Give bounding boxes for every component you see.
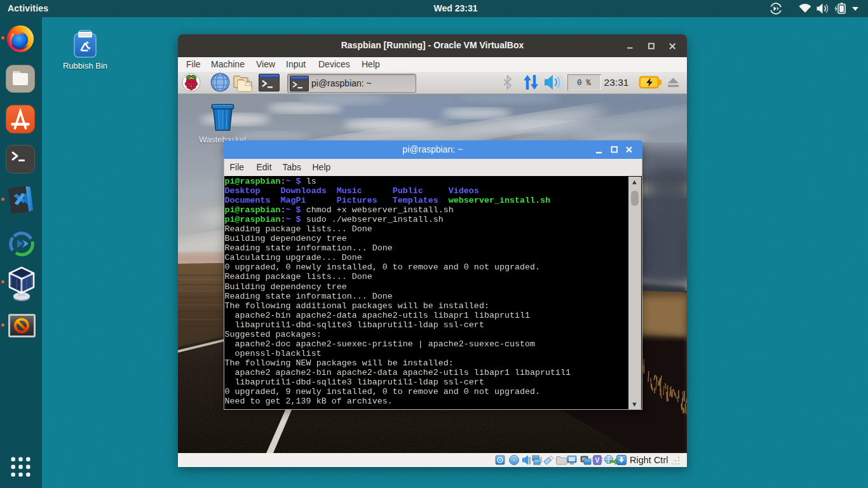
svg-text:0 %: 0 % xyxy=(577,79,591,88)
svg-text:V: V xyxy=(595,457,600,464)
svg-text:23:31: 23:31 xyxy=(604,77,629,88)
svg-text:Right Ctrl: Right Ctrl xyxy=(630,455,668,465)
